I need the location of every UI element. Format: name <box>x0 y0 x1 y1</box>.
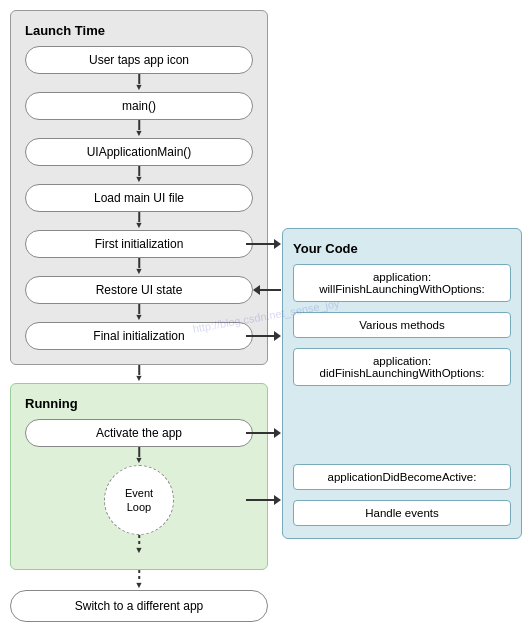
running-section: Running Activate the app <box>10 383 268 570</box>
event-loop-text: Event Loop <box>125 486 153 515</box>
line-restore <box>260 289 281 291</box>
left-column: Launch Time User taps app icon main() UI… <box>10 10 268 622</box>
your-code-section: Your Code application: willFinishLaunchi… <box>282 228 522 539</box>
arrow-1 <box>25 74 253 92</box>
yc-space-2 <box>293 338 511 348</box>
spacer-top <box>282 10 522 228</box>
your-code-label: Your Code <box>293 241 511 256</box>
first-init-box: First initialization <box>25 230 253 258</box>
arrow-5 <box>25 258 253 276</box>
activate-box: Activate the app <box>25 419 253 447</box>
yc-gap <box>293 396 511 464</box>
running-label: Running <box>25 396 253 411</box>
arrowhead-final-init <box>274 331 281 341</box>
arrow-2 <box>25 120 253 138</box>
load-ui-box: Load main UI file <box>25 184 253 212</box>
arrow-4 <box>25 212 253 230</box>
connector-final-init <box>246 331 281 341</box>
connector-first-init <box>246 239 281 249</box>
yc-space-1 <box>293 302 511 312</box>
launch-section: Launch Time User taps app icon main() UI… <box>10 10 268 365</box>
connector-event-loop <box>246 495 281 505</box>
will-finish-box: application: willFinishLaunchingWithOpti… <box>293 264 511 302</box>
arrow-6 <box>25 304 253 322</box>
arrowhead-first-init <box>274 239 281 249</box>
main-box: main() <box>25 92 253 120</box>
launch-label: Launch Time <box>25 23 253 38</box>
event-loop-circle: Event Loop <box>104 465 174 535</box>
line-final-init <box>246 335 274 337</box>
yc-space-3 <box>293 386 511 396</box>
various-box: Various methods <box>293 312 511 338</box>
arrowhead-activate <box>274 428 281 438</box>
restore-ui-box: Restore UI state <box>25 276 253 304</box>
final-init-box: Final initialization <box>25 322 253 350</box>
bottom-box: Switch to a different app <box>10 590 268 622</box>
arrow-loop-bottom <box>25 535 253 555</box>
arrowhead-event-loop <box>274 495 281 505</box>
arrow-3 <box>25 166 253 184</box>
user-taps-box: User taps app icon <box>25 46 253 74</box>
did-finish-box: application: didFinishLaunchingWithOptio… <box>293 348 511 386</box>
become-active-box: applicationDidBecomeActive: <box>293 464 511 490</box>
right-column: Your Code application: willFinishLaunchi… <box>282 10 522 539</box>
arrowhead-restore-left <box>253 285 260 295</box>
handle-events-box: Handle events <box>293 500 511 526</box>
arrow-activate-loop <box>25 447 253 465</box>
connector-activate <box>246 428 281 438</box>
line-event-loop <box>246 499 274 501</box>
diagram-wrapper: http://blog.csdn.net_sense_joy Launch Ti… <box>10 10 522 622</box>
diagram-container: Launch Time User taps app icon main() UI… <box>10 10 522 622</box>
yc-space-4 <box>293 490 511 500</box>
uiappmain-box: UIApplicationMain() <box>25 138 253 166</box>
line-activate <box>246 432 274 434</box>
line-first-init <box>246 243 274 245</box>
connector-restore-right <box>253 285 281 295</box>
